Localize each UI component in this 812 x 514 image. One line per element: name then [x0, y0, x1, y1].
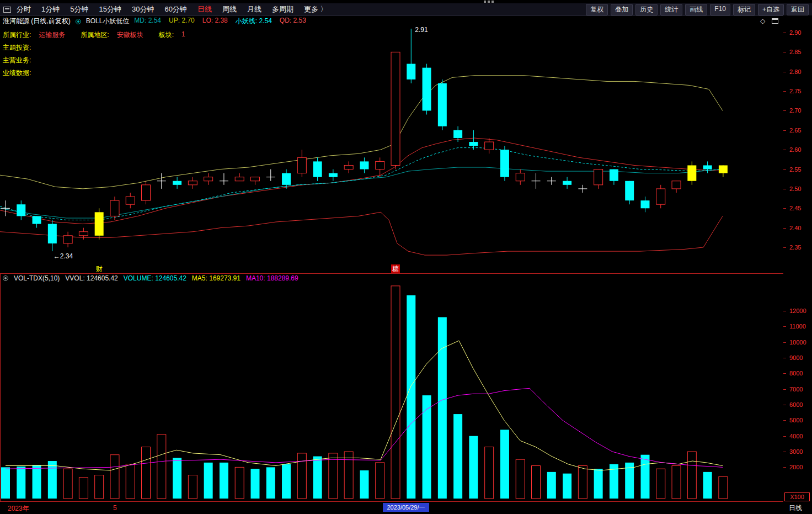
price-axis-label: 2.70 [789, 107, 801, 114]
price-axis-label: 2.45 [789, 204, 801, 212]
app-icon[interactable] [3, 7, 11, 13]
volume-indicator-name[interactable]: VOL-TDX(5,10) [14, 274, 60, 282]
volume-chart[interactable] [0, 273, 783, 501]
volume-axis-label: 4000 [789, 432, 803, 440]
axis-tick [783, 342, 786, 343]
toolbar-button-7[interactable]: +自选 [758, 4, 784, 15]
info-row-0: 所属行业:运输服务所属地区:安徽板块板块:1 [3, 30, 201, 40]
volume-value: VOLUME: 124605.42 [124, 274, 186, 282]
volume-axis-label: 3000 [789, 448, 803, 455]
menu-item-4[interactable]: 30分钟 [132, 4, 154, 14]
time-axis[interactable]: 2023年 5 2023/05/29/一 [0, 502, 783, 514]
menu-item-8[interactable]: 月线 [247, 4, 261, 14]
toolbar-button-1[interactable]: 叠加 [611, 4, 633, 15]
volume-axis-label: 9000 [789, 354, 803, 362]
toolbar-button-2[interactable]: 历史 [635, 4, 658, 15]
price-axis-label: 2.90 [789, 29, 801, 36]
menu-item-5[interactable]: 60分钟 [164, 4, 186, 14]
info-value[interactable]: 运输服务 [39, 30, 65, 40]
price-axis-label: 2.55 [789, 166, 801, 173]
window-control-icon[interactable] [484, 1, 486, 3]
volume-unit-label: X100 [784, 492, 810, 501]
toolbar-button-8[interactable]: 返回 [787, 4, 809, 15]
ma10-value: MA10: 188289.69 [246, 274, 298, 282]
stock-header: 淮河能源 (日线,前复权) BOLL小妖低位 MD: 2.54UP: 2.70L… [3, 17, 306, 25]
info-label: 所属行业: [3, 30, 31, 40]
axis-tick [783, 110, 786, 111]
menu-item-7[interactable]: 周线 [222, 4, 237, 14]
info-label: 板块: [159, 30, 174, 40]
axis-tick [783, 189, 786, 189]
info-value[interactable]: 1 [181, 30, 185, 40]
price-axis-label: 2.85 [789, 48, 801, 56]
menu-item-3[interactable]: 15分钟 [99, 4, 121, 14]
toolbar-button-6[interactable]: 标记 [733, 4, 755, 15]
axis-tick [783, 405, 786, 405]
header-icons: ◇ [760, 17, 778, 25]
axis-tick [783, 130, 786, 131]
menu-item-10[interactable]: 更多 〉 [304, 4, 328, 14]
menubar-items: 分时1分钟5分钟15分钟30分钟60分钟日线周线月线多周期更多 〉 [17, 4, 328, 14]
axis-tick [783, 373, 786, 374]
axis-tick [783, 150, 786, 150]
axis-tick [783, 326, 786, 327]
price-axis-label: 2.40 [789, 224, 801, 232]
axis-tick [783, 228, 786, 229]
ma5-value: MA5: 169273.91 [192, 274, 241, 282]
info-label: 主题投资: [3, 43, 31, 52]
period-label: 日线 [789, 504, 802, 513]
window-control-icon[interactable] [492, 1, 494, 3]
info-label: 所属地区: [81, 30, 109, 40]
volume-axis-label: 10000 [789, 338, 806, 346]
price-axis-label: 2.50 [789, 185, 801, 193]
volume-axis-label: 6000 [789, 401, 803, 409]
volume-pane-left-border [0, 273, 1, 501]
axis-tick [783, 52, 786, 52]
selected-date-badge: 2023/05/29/一 [383, 503, 429, 512]
axis-tick [783, 467, 786, 468]
window-control-icon[interactable] [488, 1, 490, 3]
vvol-value: VVOL: 124605.42 [65, 274, 117, 282]
toolbar-button-4[interactable]: 画线 [685, 4, 707, 15]
price-axis-label: 2.80 [789, 68, 801, 76]
toolbar-button-0[interactable]: 复权 [586, 4, 608, 15]
menu-item-2[interactable]: 5分钟 [70, 4, 88, 14]
volume-axis-label: 11000 [789, 322, 806, 330]
axis-tick [783, 311, 786, 311]
trading-app-window: 分时1分钟5分钟15分钟30分钟60分钟日线周线月线多周期更多 〉 复权叠加历史… [0, 0, 812, 514]
axis-tick [783, 72, 786, 72]
volume-indicator-toggle-icon[interactable] [3, 275, 8, 281]
axis-tick [783, 452, 786, 452]
axis-year-label: 2023年 [8, 504, 29, 513]
svg-text:糖: 糖 [392, 265, 399, 273]
axis-tick [783, 436, 786, 437]
volume-axis-label: 12000 [789, 307, 806, 315]
axis-tick [783, 358, 786, 358]
menu-item-9[interactable]: 多周期 [272, 4, 293, 14]
diamond-icon[interactable]: ◇ [760, 17, 765, 25]
svg-text:财: 财 [96, 265, 103, 273]
menu-item-1[interactable]: 1分钟 [41, 4, 60, 14]
axis-tick [783, 208, 786, 209]
axis-tick [783, 247, 786, 248]
period-menubar: 分时1分钟5分钟15分钟30分钟60分钟日线周线月线多周期更多 〉 复权叠加历史… [0, 3, 812, 16]
indicator-toggle-icon[interactable] [76, 19, 81, 24]
axis-month-label: 5 [113, 504, 117, 512]
volume-axis-label: 8000 [789, 369, 803, 377]
axis-tick [783, 169, 786, 170]
price-axis-label: 2.75 [789, 87, 801, 95]
volume-axis-label: 7000 [789, 385, 803, 393]
toolbar-button-3[interactable]: 统计 [660, 4, 682, 15]
panel-window-icon[interactable] [772, 18, 778, 24]
info-value[interactable]: 安徽板块 [117, 30, 143, 40]
menu-item-6[interactable]: 日线 [197, 4, 212, 14]
info-row-2: 主营业务: [3, 56, 54, 65]
axis-tick [783, 420, 786, 421]
volume-axis-label: 2000 [789, 463, 803, 471]
main-candle-chart[interactable]: 2.91←2.34财糖 [0, 25, 783, 273]
right-rail: X100 日线 2.902.852.802.752.702.652.602.55… [783, 15, 812, 514]
menu-item-0[interactable]: 分时 [17, 4, 31, 14]
price-axis-label: 2.60 [789, 146, 801, 153]
svg-text:2.91: 2.91 [415, 26, 428, 34]
toolbar-button-5[interactable]: F10 [710, 4, 730, 15]
